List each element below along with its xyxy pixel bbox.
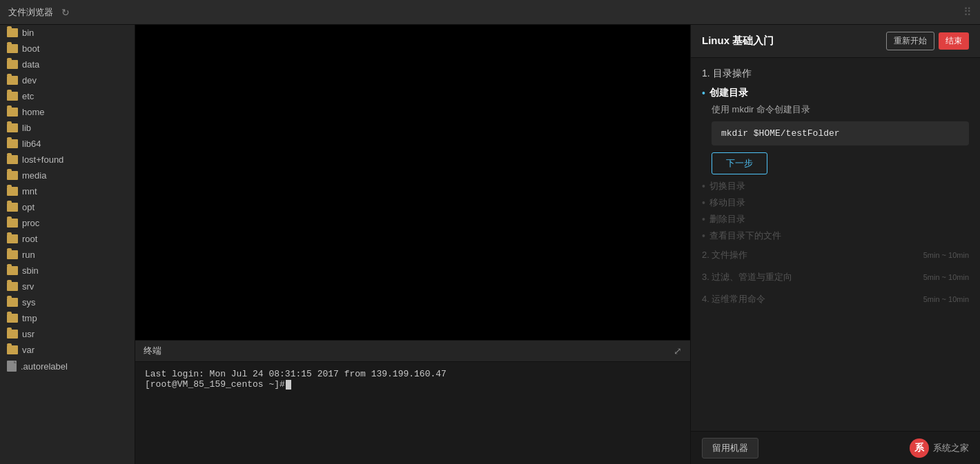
folder-icon xyxy=(7,314,18,323)
terminal-login-line: Last login: Mon Jul 24 08:31:15 2017 fro… xyxy=(145,369,680,379)
file-icon xyxy=(7,361,17,372)
sidebar-item-label: lib64 xyxy=(22,139,41,149)
drag-icon: ⠿ xyxy=(963,6,972,19)
watermark: 系 系统之家 xyxy=(910,438,969,458)
sidebar-item-lib64[interactable]: lib64 xyxy=(0,136,135,152)
sidebar-item-sbin[interactable]: sbin xyxy=(0,263,135,279)
subsection-create-dir: • 创建目录 使用 mkdir 命令创建目录 mkdir $HOME/testF… xyxy=(702,87,969,174)
sidebar-item-label: media xyxy=(22,170,46,181)
end-button[interactable]: 结束 xyxy=(939,32,969,50)
sidebar-item-label: lib xyxy=(22,123,31,133)
section4-row[interactable]: 4. 运维常用命令 5min ~ 10min xyxy=(702,290,969,308)
sidebar-item-media[interactable]: media xyxy=(0,168,135,183)
sidebar-item-run[interactable]: run xyxy=(0,247,135,263)
folder-icon xyxy=(7,76,18,85)
folder-icon xyxy=(7,250,18,259)
sidebar-item-label: root xyxy=(22,234,37,244)
section3-row[interactable]: 3. 过滤、管道与重定向 5min ~ 10min xyxy=(702,268,969,286)
sidebar-item-sys[interactable]: sys xyxy=(0,294,135,310)
sidebar-item-proc[interactable]: proc xyxy=(0,215,135,231)
sidebar-item-label: mnt xyxy=(22,186,37,196)
folder-icon xyxy=(7,282,18,291)
terminal-title: 终端 xyxy=(144,345,161,357)
sidebar-item-etc[interactable]: etc xyxy=(0,88,135,104)
folder-icon xyxy=(7,187,18,196)
folder-icon xyxy=(7,171,18,180)
folder-icon xyxy=(7,28,18,37)
subsection-list-dir: • 查看目录下的文件 xyxy=(702,230,969,242)
next-step-button[interactable]: 下一步 xyxy=(712,152,767,174)
refresh-icon[interactable]: ↻ xyxy=(61,7,70,18)
sidebar-item-label: bin xyxy=(22,28,34,38)
sidebar-item-srv[interactable]: srv xyxy=(0,279,135,294)
terminal-panel: 终端 ⤢ Last login: Mon Jul 24 08:31:15 201… xyxy=(135,340,690,464)
section1-title: 1. 目录操作 xyxy=(702,68,969,80)
sidebar-item-var[interactable]: var xyxy=(0,342,135,358)
terminal-cursor xyxy=(286,380,291,390)
sidebar-item-label: usr xyxy=(22,329,35,339)
watermark-text: 系统之家 xyxy=(933,442,969,454)
terminal-expand-button[interactable]: ⤢ xyxy=(674,345,682,356)
sidebar-item-.autorelabel[interactable]: .autorelabel xyxy=(0,358,135,374)
subsection-switch-dir: • 切换目录 xyxy=(702,180,969,192)
sidebar-item-label: sys xyxy=(22,297,36,307)
subsection-create-dir-header: • 创建目录 xyxy=(702,87,969,99)
sidebar-item-root[interactable]: root xyxy=(0,231,135,247)
sidebar-item-label: lost+found xyxy=(22,154,63,165)
sidebar-item-label: etc xyxy=(22,91,34,101)
sidebar-item-label: run xyxy=(22,250,35,260)
sidebar-item-dev[interactable]: dev xyxy=(0,72,135,88)
restart-button[interactable]: 重新开始 xyxy=(886,32,934,50)
file-browser-title: 文件浏览器 xyxy=(8,6,53,19)
sidebar-item-mnt[interactable]: mnt xyxy=(0,183,135,199)
sidebar-item-label: srv xyxy=(22,281,34,292)
folder-icon xyxy=(7,266,18,275)
section3-title: 3. 过滤、管道与重定向 xyxy=(702,271,792,283)
terminal-prompt-line: [root@VM_85_159_centos ~]# xyxy=(145,379,680,390)
sidebar-item-bin[interactable]: bin xyxy=(0,25,135,41)
sidebar-item-label: home xyxy=(22,107,45,117)
folder-icon xyxy=(7,155,18,164)
folder-icon xyxy=(7,139,18,148)
terminal-body[interactable]: Last login: Mon Jul 24 08:31:15 2017 fro… xyxy=(135,362,690,464)
sidebar-item-home[interactable]: home xyxy=(0,104,135,120)
folder-icon xyxy=(7,234,18,243)
sidebar-item-data[interactable]: data xyxy=(0,57,135,72)
subsection-create-dir-desc: 使用 mkdir 命令创建目录 xyxy=(712,103,969,116)
sidebar-item-label: proc xyxy=(22,218,39,228)
folder-icon xyxy=(7,60,18,69)
terminal-prompt: [root@VM_85_159_centos ~]# xyxy=(145,379,285,390)
sidebar-item-opt[interactable]: opt xyxy=(0,199,135,215)
sidebar-item-usr[interactable]: usr xyxy=(0,326,135,342)
sidebar-item-label: data xyxy=(22,59,39,70)
sidebar-item-label: boot xyxy=(22,43,39,54)
right-panel-header: Linux 基础入门 重新开始 结束 xyxy=(691,25,980,58)
section3-time: 5min ~ 10min xyxy=(923,273,969,281)
folder-icon xyxy=(7,298,18,307)
sidebar-item-lib[interactable]: lib xyxy=(0,120,135,136)
sidebar-item-lost+found[interactable]: lost+found xyxy=(0,152,135,168)
sidebar-item-tmp[interactable]: tmp xyxy=(0,310,135,326)
main-layout: binbootdatadevetchomeliblib64lost+foundm… xyxy=(0,25,980,464)
section2-row[interactable]: 2. 文件操作 5min ~ 10min xyxy=(702,246,969,264)
code-block-mkdir: mkdir $HOME/testFolder xyxy=(712,121,969,145)
section4-title: 4. 运维常用命令 xyxy=(702,293,765,305)
section2-time: 5min ~ 10min xyxy=(923,251,969,259)
desktop-area xyxy=(135,25,690,340)
lesson-title: Linux 基础入门 xyxy=(702,34,886,48)
subsection-move-dir: • 移动目录 xyxy=(702,196,969,209)
sidebar-item-boot[interactable]: boot xyxy=(0,41,135,57)
section2-title: 2. 文件操作 xyxy=(702,249,747,261)
sidebar-item-label: opt xyxy=(22,202,35,212)
sidebar-item-label: sbin xyxy=(22,265,39,276)
keep-machine-button[interactable]: 留用机器 xyxy=(702,438,758,458)
folder-icon xyxy=(7,330,18,339)
sidebar-item-label: dev xyxy=(22,75,37,85)
watermark-logo: 系 xyxy=(910,438,929,458)
lesson-content: 1. 目录操作 • 创建目录 使用 mkdir 命令创建目录 mkdir $HO… xyxy=(691,58,980,431)
folder-icon xyxy=(7,123,18,132)
folder-icon xyxy=(7,345,18,354)
bullet-icon: • xyxy=(702,88,705,99)
folder-icon xyxy=(7,92,18,101)
right-panel: Linux 基础入门 重新开始 结束 1. 目录操作 • 创建目录 使用 mkd… xyxy=(690,25,980,464)
